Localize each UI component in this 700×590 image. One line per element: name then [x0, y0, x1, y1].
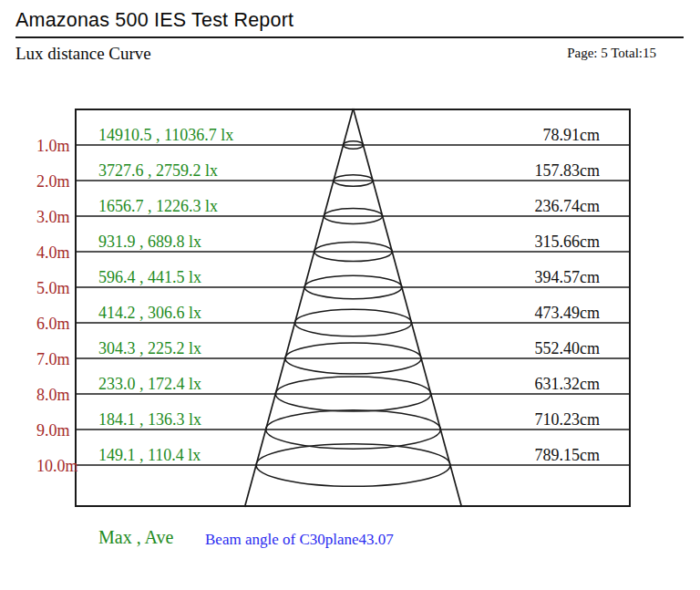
page-indicator: Page: 5 Total:15: [492, 46, 656, 61]
legend-beam-angle-label: Beam angle of C30plane43.07: [205, 531, 394, 549]
spot-diameter-label: 552.40cm: [454, 339, 600, 357]
distance-tick-label: 2.0m: [36, 173, 70, 191]
distance-tick-label: 3.0m: [36, 209, 70, 226]
spot-diameter-label: 473.49cm: [454, 304, 600, 322]
section-title: Lux distance Curve: [15, 44, 151, 64]
distance-tick-label: 5.0m: [36, 280, 70, 297]
legend-max-ave-label: Max , Ave: [98, 527, 173, 548]
lux-value-label: 931.9 , 689.8 lx: [98, 233, 201, 251]
spot-diameter-label: 236.74cm: [454, 197, 600, 215]
title-divider: [15, 36, 684, 38]
lux-value-label: 149.1 , 110.4 lx: [98, 446, 201, 464]
spot-diameter-label: 710.23cm: [454, 410, 600, 429]
lux-value-label: 596.4 , 441.5 lx: [98, 268, 201, 286]
lux-value-label: 233.0 , 172.4 lx: [98, 375, 201, 393]
distance-tick-label: 8.0m: [36, 387, 70, 404]
spot-diameter-label: 315.66cm: [454, 233, 600, 251]
lux-value-label: 1656.7 , 1226.3 lx: [98, 197, 218, 215]
report-title: Amazonas 500 IES Test Report: [15, 9, 293, 32]
distance-tick-label: 4.0m: [36, 244, 70, 262]
spot-diameter-label: 631.32cm: [454, 375, 600, 393]
distance-tick-label: 7.0m: [36, 351, 70, 368]
lux-value-label: 3727.6 , 2759.2 lx: [98, 161, 218, 180]
distance-tick-label: 6.0m: [36, 316, 70, 333]
lux-value-label: 14910.5 , 11036.7 lx: [98, 126, 233, 144]
lux-value-label: 304.3 , 225.2 lx: [98, 339, 201, 357]
distance-tick-label: 1.0m: [36, 138, 70, 155]
lux-distance-chart: 14910.5 , 11036.7 lx1.0m78.91cm3727.6 , …: [75, 109, 631, 507]
spot-diameter-label: 78.91cm: [454, 126, 600, 144]
distance-tick-label: 9.0m: [36, 422, 70, 440]
spot-diameter-label: 789.15cm: [454, 446, 600, 464]
spot-diameter-label: 394.57cm: [454, 268, 600, 286]
distance-tick-label: 10.0m: [36, 458, 78, 475]
spot-diameter-label: 157.83cm: [454, 161, 600, 180]
lux-value-label: 414.2 , 306.6 lx: [98, 304, 201, 322]
lux-value-label: 184.1 , 136.3 lx: [98, 410, 201, 429]
